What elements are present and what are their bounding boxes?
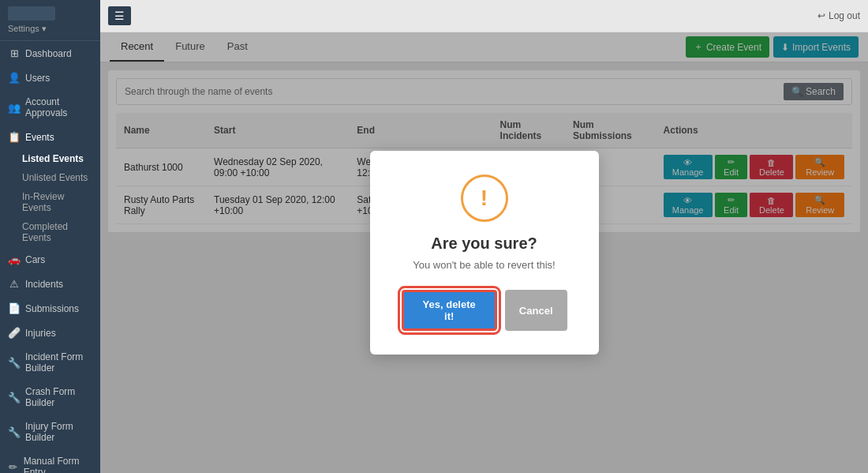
sidebar-item-dashboard[interactable]: ⊞ Dashboard [0, 41, 100, 66]
cancel-button[interactable]: Cancel [505, 290, 567, 331]
sidebar-item-label: Injuries [25, 328, 56, 339]
sidebar-item-label: Incident Form Builder [25, 351, 92, 374]
sidebar-item-label: Cars [25, 254, 45, 265]
topbar: ☰ ↩ Log out [100, 0, 868, 32]
sidebar-logo [8, 6, 55, 21]
cars-icon: 🚗 [8, 253, 21, 265]
approvals-icon: 👥 [8, 102, 21, 114]
modal-warning-icon: ! [461, 175, 508, 222]
sidebar-item-crash-form-builder[interactable]: 🔧 Crash Form Builder [0, 380, 100, 415]
sidebar-item-label: Manual Form Entry [24, 456, 92, 473]
sidebar-item-label: Account Approvals [25, 96, 92, 118]
sidebar-item-incidents[interactable]: ⚠ Incidents [0, 272, 100, 296]
sidebar-settings-link[interactable]: Settings ▾ [8, 24, 92, 34]
sidebar-subitem-in-review-events[interactable]: In-Review Events [0, 187, 100, 217]
incident-form-icon: 🔧 [8, 357, 21, 369]
sidebar-item-label: Incidents [25, 279, 63, 290]
sidebar-item-incident-form-builder[interactable]: 🔧 Incident Form Builder [0, 345, 100, 380]
crash-form-icon: 🔧 [8, 392, 21, 404]
sidebar-item-label: Crash Form Builder [25, 386, 92, 408]
sidebar-item-injuries[interactable]: 🩹 Injuries [0, 321, 100, 345]
sidebar-item-label: Submissions [25, 303, 79, 314]
confirm-modal: ! Are you sure? You won't be able to rev… [370, 151, 599, 355]
submissions-icon: 📄 [8, 302, 21, 314]
modal-overlay[interactable]: ! Are you sure? You won't be able to rev… [100, 32, 868, 473]
users-icon: 👤 [8, 72, 21, 84]
menu-toggle-button[interactable]: ☰ [108, 6, 131, 25]
sidebar-subitem-completed-events[interactable]: Completed Events [0, 217, 100, 247]
manual-form-icon: ✏ [8, 461, 19, 473]
modal-subtitle: You won't be able to revert this! [402, 259, 567, 271]
incidents-icon: ⚠ [8, 278, 21, 290]
logout-label: Log out [829, 10, 860, 21]
sidebar-header: Settings ▾ [0, 0, 100, 41]
sidebar-item-manual-form-entry[interactable]: ✏ Manual Form Entry [0, 449, 100, 473]
content-area: Recent Future Past ＋ Create Event ⬇ Impo… [100, 32, 868, 473]
events-icon: 📋 [8, 131, 21, 143]
dashboard-icon: ⊞ [8, 47, 21, 59]
sidebar-subitem-listed-events[interactable]: Listed Events [0, 149, 100, 168]
injuries-icon: 🩹 [8, 327, 21, 339]
sidebar-item-label: Users [25, 73, 50, 84]
sidebar: Settings ▾ ⊞ Dashboard 👤 Users 👥 Account… [0, 0, 100, 473]
sidebar-item-label: Dashboard [25, 48, 72, 59]
sidebar-item-submissions[interactable]: 📄 Submissions [0, 296, 100, 321]
injury-form-icon: 🔧 [8, 426, 21, 438]
logout-icon: ↩ [817, 10, 825, 21]
modal-title: Are you sure? [402, 235, 567, 253]
sidebar-item-account-approvals[interactable]: 👥 Account Approvals [0, 90, 100, 125]
logout-button[interactable]: ↩ Log out [817, 10, 860, 21]
sidebar-item-injury-form-builder[interactable]: 🔧 Injury Form Builder [0, 415, 100, 449]
sidebar-item-users[interactable]: 👤 Users [0, 66, 100, 90]
sidebar-item-label: Injury Form Builder [25, 421, 92, 443]
sidebar-subitem-unlisted-events[interactable]: Unlisted Events [0, 168, 100, 187]
sidebar-item-events[interactable]: 📋 Events [0, 125, 100, 149]
modal-buttons: Yes, delete it! Cancel [402, 290, 567, 331]
confirm-delete-button[interactable]: Yes, delete it! [402, 290, 497, 331]
sidebar-item-cars[interactable]: 🚗 Cars [0, 247, 100, 272]
sidebar-item-label: Events [25, 132, 54, 143]
main-content: ☰ ↩ Log out Recent Future Past ＋ Create … [100, 0, 868, 473]
